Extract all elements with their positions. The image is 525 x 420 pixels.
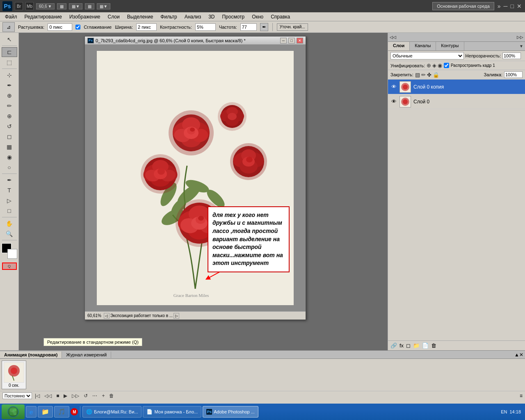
mb-logo[interactable]: Mb [25,2,34,10]
smooth-checkbox[interactable] [75,25,80,30]
layer-item-1[interactable]: 👁 Слой 0 [388,94,525,109]
delete-layer-icon[interactable]: 🗑 [431,342,436,349]
link-layers-icon[interactable]: 🔗 [390,342,397,349]
start-button[interactable] [2,404,25,419]
blur-tool[interactable]: ◉ [2,152,17,162]
canvas-background[interactable]: Grace Barton Miles для тех у кого нет др… [97,51,294,305]
doc-close[interactable]: ✕ [297,38,303,43]
brush-tool[interactable]: ✏ [2,101,17,111]
zoom-tool[interactable]: 🔍 [2,229,17,239]
eraser-tool[interactable]: ◻ [2,132,17,142]
unify-position-icon[interactable]: ⊕ [427,62,431,68]
br-logo[interactable]: Br [15,2,23,10]
anim-first-frame[interactable]: |◁ [33,392,41,399]
text-tool[interactable]: T [2,185,17,195]
layer-item-0[interactable]: 👁 Слой 0 копия [388,80,525,94]
new-layer-icon[interactable]: 📄 [422,342,429,349]
menu-filter[interactable]: Фильтр [157,13,180,21]
anim-menu-icon[interactable]: ≡ [520,393,523,399]
close-icon[interactable]: ✕ [516,2,523,10]
tab-paths[interactable]: Контуры [436,42,464,50]
anim-prev-frame[interactable]: ◁◁ [43,392,53,399]
panel-expand-right[interactable]: ▷▷ [517,35,523,39]
lock-move-icon[interactable]: ✤ [427,72,431,78]
anim-delete-frame[interactable]: 🗑 [107,392,116,399]
tab-animation[interactable]: Анимация (покадровая) [0,352,62,358]
add-mask-icon[interactable]: ◻ [406,342,411,349]
quick-mask-button[interactable]: Q [2,262,17,270]
hand-tool[interactable]: ✋ [2,219,17,228]
dodge-tool[interactable]: ○ [2,162,17,172]
taskbar-media[interactable]: 🎵 [54,406,69,418]
unify-visibility-icon[interactable]: ◉ [438,62,442,68]
menu-3d[interactable]: 3D [205,13,218,21]
extend-icon[interactable]: » [497,2,502,10]
lock-transparent-icon[interactable]: ▧ [415,72,420,78]
path-tool[interactable]: ▷ [2,196,17,205]
bottom-panel-collapse[interactable]: ▲ ✕ [513,352,525,358]
move-tool[interactable]: ↖ [2,34,17,44]
menu-window[interactable]: Окно [249,13,267,21]
taskbar-photoshop-btn[interactable]: Ps Adobe Photoshop ... [203,406,258,418]
tab-channels[interactable]: Каналы [410,42,436,50]
anim-play[interactable]: ▶ [62,392,69,399]
anim-new-frame[interactable]: + [100,392,106,399]
fill-input[interactable] [504,71,523,78]
tab-measurements[interactable]: Журнал измерений [62,352,111,358]
maximize-icon[interactable]: □ [510,2,515,10]
doc-minimize[interactable]: ─ [280,38,287,43]
anim-tween[interactable]: ⋯ [91,392,99,399]
minimize-icon[interactable]: ─ [503,2,509,10]
menu-file[interactable]: Файл [2,13,21,21]
distribute-checkbox[interactable] [444,63,449,68]
lock-all-icon[interactable]: 🔒 [433,72,439,78]
history-tool[interactable]: ↺ [2,121,17,131]
workspace-button[interactable]: Основная рабочая среда [432,2,494,10]
toolbar-btn1[interactable]: ▦ [57,3,66,9]
crop-tool[interactable]: ⊹ [2,70,17,80]
lock-paint-icon[interactable]: ✏ [421,72,426,78]
eyedropper-tool[interactable]: ✒ [2,80,17,90]
panel-collapse-left[interactable]: ◁◁ [390,35,396,39]
status-arrow-left[interactable]: ◁ [104,313,110,319]
animation-frame-1[interactable]: 0 сек. [2,361,26,389]
zoom-control[interactable]: 60,6 ▼ [36,3,55,9]
menu-layers[interactable]: Слои [105,13,123,21]
unify-style-icon[interactable]: ◈ [432,62,436,68]
pen-icon[interactable]: ✒ [260,23,268,31]
width-input[interactable] [136,23,157,31]
menu-edit[interactable]: Редактирование [21,13,65,21]
add-style-icon[interactable]: fx [399,342,404,349]
taskbar-myframe-btn[interactable]: 📄 Моя рамочка - Бло... [143,406,201,418]
layer-eye-1[interactable]: 👁 [390,98,397,105]
menu-select[interactable]: Выделение [124,13,157,21]
gradient-tool[interactable]: ▦ [2,142,17,152]
shape-tool[interactable]: □ [2,206,17,216]
blend-mode-select[interactable]: Обычные [390,52,464,59]
panel-collapse[interactable]: ▼ [518,42,525,50]
contrast-input[interactable] [195,23,216,31]
tab-layers[interactable]: Слои [388,42,410,50]
doc-maximize[interactable]: □ [288,38,295,43]
loop-select[interactable]: Постоянно [2,393,32,399]
clone-tool[interactable]: ⊕ [2,111,17,121]
menu-analysis[interactable]: Анализ [181,13,205,21]
layer-eye-0[interactable]: 👁 [390,84,397,90]
taskbar-blogs-btn[interactable]: 🌐 Блоги@Mail.Ru: Ви... [82,406,142,418]
anim-next-frame[interactable]: ▷▷ [70,392,81,399]
toolbar-btn4[interactable]: ▦▼ [97,3,110,9]
freq-input[interactable] [240,23,257,31]
menu-help[interactable]: Справка [267,13,293,21]
pen-tool[interactable]: ✒ [2,175,17,185]
menu-image[interactable]: Изображение [66,13,104,21]
anim-loop-frame[interactable]: ↺ [82,392,89,399]
background-color[interactable] [7,249,17,259]
mail-icon[interactable]: M [71,408,78,415]
taskbar-folder[interactable]: 📁 [38,406,53,418]
toolbar-btn3[interactable]: ▦ [85,3,94,9]
healing-tool[interactable]: ⊕ [2,91,17,100]
status-arrow-right[interactable]: ▷ [173,313,179,319]
taskbar-ie[interactable]: e [26,406,37,418]
menu-view[interactable]: Просмотр [219,13,248,21]
feather-input[interactable] [48,23,72,31]
